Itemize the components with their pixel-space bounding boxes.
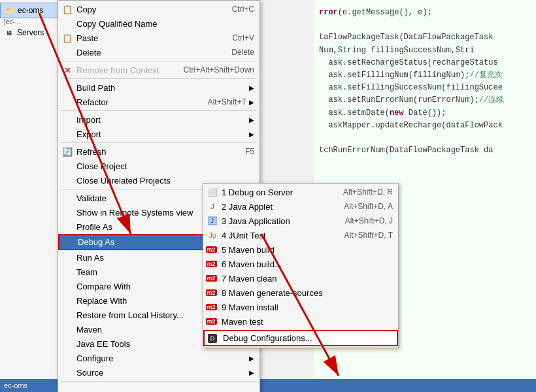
menu-item-delete-label: Delete (76, 48, 229, 57)
copy-icon: 📋 (61, 5, 74, 14)
submenu-item-debug-config[interactable]: D Debug Configurations... (203, 330, 398, 346)
submenu-item-shortcut: Alt+Shift+D, J (345, 216, 393, 225)
menu-item-paste[interactable]: 📋 Paste Ctrl+V (58, 31, 260, 45)
submenu-arrow: ▶ (249, 355, 254, 362)
server-debug-icon: ⬜ (206, 188, 219, 197)
server-icon: 🖥 (4, 27, 14, 38)
refresh-icon: 🔄 (61, 147, 74, 157)
submenu-item-shortcut: Alt+Shift+D, T (344, 231, 393, 240)
submenu-arrow: ▶ (249, 116, 254, 123)
code-line: tchRunErrorNum(DataFlowPackageTask da (319, 144, 531, 157)
sidebar-item-label: Servers (17, 28, 44, 37)
submenu-arrow: ▶ (249, 84, 254, 91)
submenu-item-maven-test[interactable]: m2 Maven test (203, 314, 398, 329)
submenu-item-java-app[interactable]: J 3 Java Application Alt+Shift+D, J (203, 214, 398, 228)
menu-item-refactor-shortcut: Alt+Shift+T (208, 97, 246, 106)
submenu-item-label: 2 Java Applet (222, 202, 273, 212)
submenu-arrow: ▶ (249, 131, 254, 138)
menu-item-configure[interactable]: Configure ▶ (58, 351, 260, 365)
code-line: ask.setFillingNum(fillingNum);//复充次 (319, 69, 531, 82)
debug-as-submenu: ⬜ 1 Debug on Server Alt+Shift+D, R J 2 J… (203, 183, 399, 348)
menu-item-build-path[interactable]: Build Path ▶ (58, 80, 260, 95)
submenu-item-debug-server[interactable]: ⬜ 1 Debug on Server Alt+Shift+D, R (203, 185, 398, 199)
separator-2 (61, 78, 257, 79)
menu-item-build-path-label: Build Path (76, 83, 246, 93)
menu-item-refresh[interactable]: 🔄 Refresh F5 (58, 144, 260, 159)
menu-item-copy-shortcut: Ctrl+C (232, 5, 254, 14)
menu-item-refresh-shortcut: F5 (245, 147, 254, 156)
submenu-arrow: ▶ (249, 369, 254, 376)
menu-item-close-project[interactable]: Close Project (58, 159, 260, 173)
code-line (319, 19, 531, 31)
sidebar: 📁 ec-oms [ec-... 🖥 Servers (0, 0, 65, 392)
java-applet-icon: J (206, 203, 219, 210)
status-label: ec-oms (4, 382, 27, 389)
submenu-item-label: 8 Maven generate-sources (222, 288, 323, 298)
menu-item-import[interactable]: Import ▶ (58, 112, 260, 127)
sidebar-item-label: ec-oms (18, 6, 43, 15)
svg-text:J: J (211, 218, 214, 224)
submenu-item-label: 4 JUnit Test (222, 231, 266, 240)
menu-item-refactor[interactable]: Refactor Alt+Shift+T ▶ (58, 95, 260, 109)
menu-item-source-label: Source (76, 368, 246, 378)
m2-build-icon: m2 (206, 246, 219, 253)
m2-install-icon: m2 (206, 304, 219, 310)
code-line (319, 132, 531, 144)
submenu-item-maven-build[interactable]: m2 5 Maven build (203, 242, 398, 257)
code-line: ask.setRunErrorNum(runErrorNum);//连续 (319, 94, 531, 106)
code-line: ask.setmDate(new Date()); (319, 107, 531, 120)
submenu-item-junit[interactable]: Ju 4 JUnit Test Alt+Shift+D, T (203, 228, 398, 242)
submenu-item-label: 6 Maven build... (222, 259, 282, 269)
menu-item-properties[interactable] (58, 383, 260, 392)
submenu-item-maven-build2[interactable]: m2 6 Maven build... (203, 257, 398, 271)
submenu-item-maven-install[interactable]: m2 9 Maven install (203, 300, 398, 314)
menu-item-refactor-label: Refactor (76, 97, 205, 107)
sidebar-item-ec-oms[interactable]: 📁 ec-oms (0, 3, 65, 18)
code-line: ask.setRechargeStatus(rechargeStatus (319, 57, 531, 69)
menu-item-copy-label: Copy (76, 5, 229, 14)
menu-item-remove-context-shortcut: Ctrl+Alt+Shift+Down (184, 65, 254, 74)
folder-icon: 📁 (5, 5, 15, 16)
menu-item-close-project-label: Close Project (76, 161, 254, 171)
debug-config-icon: D (207, 334, 220, 343)
submenu-item-shortcut: Alt+Shift+D, A (344, 202, 393, 211)
submenu-arrow: ▶ (249, 99, 254, 106)
menu-item-import-label: Import (76, 115, 246, 125)
menu-item-copy-qualified[interactable]: Copy Qualified Name (58, 16, 260, 31)
menu-item-paste-label: Paste (76, 33, 229, 43)
sidebar-item-prefix: [ec-... (0, 18, 65, 25)
menu-item-paste-shortcut: Ctrl+V (232, 33, 254, 42)
separator-6 (61, 381, 257, 382)
code-line: ask.setFillingSuccessNum(fillingSucee (319, 82, 531, 94)
menu-item-source[interactable]: Source ▶ (58, 365, 260, 380)
submenu-item-label: Debug Configurations... (223, 333, 312, 343)
submenu-item-label: Maven test (222, 317, 263, 327)
code-line: askMapper.updateRecharge(dataFlowPack (319, 120, 531, 132)
menu-item-refresh-label: Refresh (76, 147, 243, 157)
code-line: rror(e.getMessage(), e); (319, 7, 531, 19)
menu-item-configure-label: Configure (76, 353, 246, 363)
submenu-item-shortcut: Alt+Shift+D, R (343, 188, 393, 197)
paste-icon: 📋 (61, 33, 74, 43)
separator-3 (61, 110, 257, 111)
java-app-icon: J (206, 216, 219, 225)
menu-item-export[interactable]: Export ▶ (58, 127, 260, 141)
menu-item-delete[interactable]: Delete Delete (58, 45, 260, 59)
separator-4 (61, 142, 257, 143)
m2-clean-icon: m2 (206, 275, 219, 282)
submenu-item-label: 9 Maven install (222, 302, 278, 312)
submenu-item-maven-clean[interactable]: m2 7 Maven clean (203, 271, 398, 286)
remove-context-icon: ✕ (61, 65, 74, 75)
submenu-item-java-applet[interactable]: J 2 Java Applet Alt+Shift+D, A (203, 199, 398, 214)
menu-item-copy-qualified-label: Copy Qualified Name (76, 19, 254, 29)
submenu-item-label: 7 Maven clean (222, 274, 277, 284)
sidebar-item-servers[interactable]: 🖥 Servers (0, 25, 65, 40)
code-line: taFlowPackageTask(DataFlowPackageTask (319, 31, 531, 44)
menu-item-remove-context-label: Remove from Context (76, 65, 181, 75)
submenu-item-label: 1 Debug on Server (222, 188, 293, 197)
menu-item-delete-shortcut: Delete (231, 48, 254, 57)
submenu-item-maven-generate[interactable]: m2 8 Maven generate-sources (203, 286, 398, 300)
menu-item-remove-context: ✕ Remove from Context Ctrl+Alt+Shift+Dow… (58, 63, 260, 77)
code-line: Num,String fillingSuccessNum,Stri (319, 44, 531, 57)
menu-item-copy[interactable]: 📋 Copy Ctrl+C (58, 2, 260, 16)
